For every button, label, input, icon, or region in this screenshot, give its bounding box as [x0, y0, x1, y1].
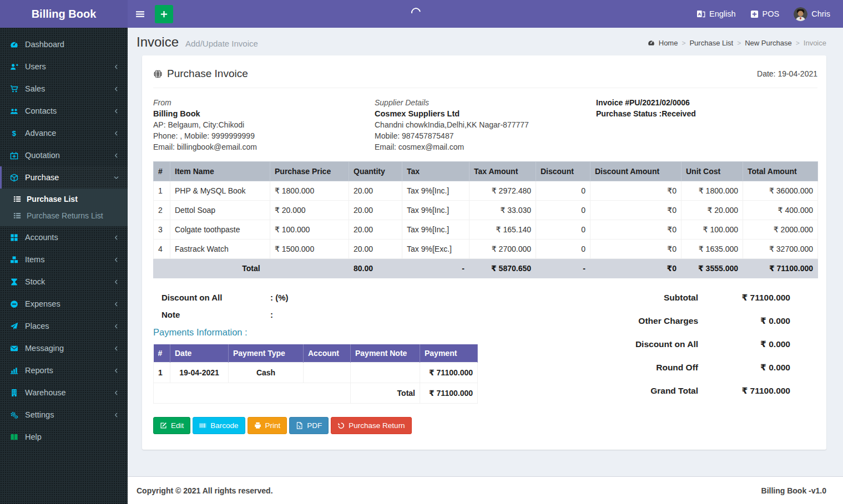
sidebar-item-warehouse[interactable]: Warehouse	[0, 381, 128, 404]
page-title: Invoice	[137, 34, 179, 49]
chevron-left-icon	[113, 412, 119, 418]
sidebar-item-sales[interactable]: Sales	[0, 78, 128, 100]
cube-icon	[10, 174, 25, 182]
note-value: :	[270, 310, 273, 319]
sidebar-item-stock[interactable]: Stock	[0, 271, 128, 293]
loading-spinner	[410, 6, 423, 19]
invoice-meta-block: Invoice #PU/2021/02/0006 Purchase Status…	[596, 97, 817, 152]
breadcrumb-purchase-list[interactable]: Purchase List	[689, 39, 733, 47]
action-buttons: Edit Barcode Print	[153, 417, 477, 434]
sidebar-item-dashboard[interactable]: Dashboard	[0, 33, 128, 55]
chevron-left-icon	[113, 368, 119, 374]
quick-add-button[interactable]	[155, 5, 173, 23]
hamburger-icon	[135, 9, 145, 19]
items-table-header-row: # Item Name Purchase Price Quantity Tax …	[154, 162, 818, 181]
invoice-title: Purchase Invoice	[153, 68, 248, 80]
chevron-left-icon	[113, 64, 119, 70]
summary-row-grand-total: Grand Total ₹ 71100.000	[582, 386, 790, 396]
discount-on-all-label: Discount on All	[161, 293, 270, 302]
sidebar-item-purchase[interactable]: Purchase	[0, 166, 128, 189]
payments-total-label: Total	[351, 383, 420, 404]
payments-title: Payments Information :	[153, 327, 477, 338]
list-icon	[13, 212, 21, 220]
sidebar-item-messaging[interactable]: Messaging	[0, 337, 128, 359]
footer: Copyright © 2021 All rights reserved. Bi…	[128, 476, 843, 504]
table-row: 2 Dettol Soap ₹ 20.000 20.00 Tax 9%[Inc.…	[154, 201, 818, 220]
table-row: 4 Fastrack Watch ₹ 1500.000 20.00 Tax 9%…	[154, 240, 818, 259]
grid-icon	[10, 233, 25, 242]
sidebar-item-accounts[interactable]: Accounts	[0, 226, 128, 248]
breadcrumb-new-purchase[interactable]: New Purchase	[745, 39, 792, 47]
main-area: Invoice Add/Update Invoice Home > Purcha…	[128, 28, 843, 504]
summary-row-other-charges: Other Charges ₹ 0.000	[582, 316, 790, 326]
from-email: Email: billingbook@email.com	[153, 141, 375, 152]
sidebar-subitem-purchase-list[interactable]: Purchase List	[0, 191, 128, 207]
print-button[interactable]: Print	[248, 417, 287, 434]
book-icon	[10, 433, 25, 441]
breadcrumb-home[interactable]: Home	[659, 39, 678, 47]
barcode-button[interactable]: Barcode	[193, 417, 245, 434]
svg-text:$: $	[12, 129, 17, 138]
supplier-block: Supplier Details Cosmex Suppliers Ltd Ch…	[375, 97, 596, 152]
table-row: 1 PHP & MySQL Book ₹ 1800.000 20.00 Tax …	[154, 181, 818, 201]
sidebar-toggle-button[interactable]	[128, 0, 153, 28]
app-window: Billing Book A English POS	[0, 0, 843, 504]
from-address: AP: Belgaum, City:Chikodi	[153, 119, 375, 130]
language-menu[interactable]: A English	[689, 0, 743, 28]
sidebar-subitem-purchase-returns-list[interactable]: Purchase Returns List	[0, 207, 128, 224]
chevron-left-icon	[113, 86, 119, 92]
sidebar-item-expenses[interactable]: Expenses	[0, 293, 128, 315]
sidebar-item-items[interactable]: Items	[0, 248, 128, 271]
purchase-return-button[interactable]: Purchase Return	[331, 417, 411, 434]
content: Invoice Add/Update Invoice Home > Purcha…	[128, 28, 843, 476]
purchase-submenu: Purchase List Purchase Returns List	[0, 189, 128, 226]
sidebar-item-contacts[interactable]: Contacts	[0, 100, 128, 122]
list-icon	[13, 195, 21, 203]
avatar	[794, 7, 807, 21]
supplier-heading: Supplier Details	[375, 97, 596, 108]
breadcrumb-separator: >	[737, 39, 741, 47]
sidebar-item-users[interactable]: Users	[0, 55, 128, 78]
cart-icon	[10, 85, 25, 93]
printer-icon	[254, 422, 261, 429]
chevron-left-icon	[113, 390, 119, 396]
chevron-left-icon	[113, 235, 119, 241]
sidebar-item-advance[interactable]: $ Advance	[0, 122, 128, 144]
page-subtitle: Add/Update Invoice	[185, 39, 258, 48]
from-name: Billing Book	[153, 108, 375, 119]
language-label: English	[709, 9, 736, 18]
pos-button[interactable]: POS	[743, 0, 787, 28]
payments-total-value: ₹ 71100.000	[420, 383, 478, 404]
sidebar-item-reports[interactable]: Reports	[0, 359, 128, 381]
chevron-left-icon	[113, 279, 119, 285]
breadcrumb-separator: >	[682, 39, 685, 47]
version-text: Billing Book -v1.0	[761, 486, 826, 495]
table-row: 3 Colgate toothpaste ₹ 100.000 20.00 Tax…	[154, 220, 818, 240]
discount-on-all-value: : (%)	[270, 293, 289, 302]
copyright-text: Copyright © 2021 All rights reserved.	[137, 486, 273, 495]
pdf-button[interactable]: PDF	[289, 417, 329, 434]
chevron-left-icon	[113, 301, 119, 307]
bar-chart-icon	[10, 366, 25, 375]
paper-plane-icon	[10, 322, 25, 330]
cubes-icon	[10, 256, 25, 264]
chevron-left-icon	[113, 257, 119, 263]
user-menu[interactable]: Chris	[786, 0, 837, 28]
breadcrumb: Home > Purchase List > New Purchase > In…	[648, 34, 826, 47]
payments-total-row: Total ₹ 71100.000	[154, 383, 478, 404]
from-block: From Billing Book AP: Belgaum, City:Chik…	[153, 97, 375, 152]
sidebar-item-places[interactable]: Places	[0, 315, 128, 337]
user-plus-icon	[10, 63, 25, 71]
top-navbar: Billing Book A English POS	[0, 0, 843, 28]
sidebar-item-help[interactable]: Help	[0, 426, 128, 448]
dollar-icon: $	[10, 129, 25, 138]
sidebar-item-settings[interactable]: Settings	[0, 404, 128, 426]
gears-icon	[10, 411, 25, 419]
summary-row-round-off: Round Off ₹ 0.000	[582, 363, 790, 373]
chevron-left-icon	[113, 323, 119, 329]
sidebar-item-quotation[interactable]: Quotation	[0, 144, 128, 166]
supplier-email: Email: cosmex@mail.com	[375, 141, 596, 152]
brand-logo[interactable]: Billing Book	[0, 0, 128, 28]
edit-button[interactable]: Edit	[153, 417, 190, 434]
invoice-card: Purchase Invoice Date: 19-04-2021 From B…	[142, 55, 826, 450]
